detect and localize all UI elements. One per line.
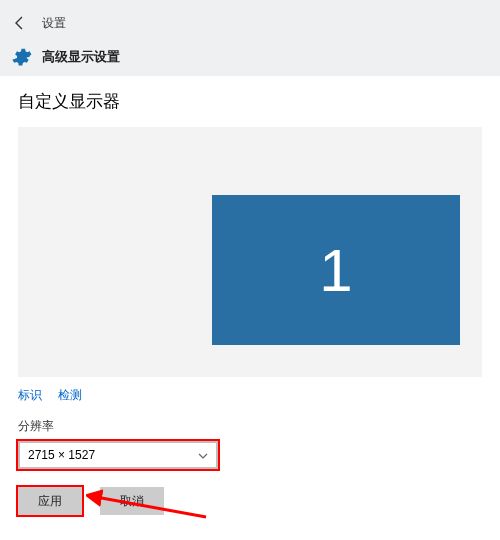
- action-button-row: 应用 取消: [18, 487, 482, 515]
- monitor-number: 1: [319, 236, 352, 305]
- apply-button[interactable]: 应用: [18, 487, 82, 515]
- monitor-tile-1[interactable]: 1: [212, 195, 460, 345]
- gear-icon: [10, 46, 32, 68]
- resolution-value: 2715 × 1527: [28, 448, 95, 462]
- back-icon[interactable]: [12, 15, 28, 31]
- settings-breadcrumb[interactable]: 设置: [42, 15, 66, 32]
- display-action-links: 标识 检测: [18, 387, 482, 404]
- detect-link[interactable]: 检测: [58, 387, 82, 404]
- identify-link[interactable]: 标识: [18, 387, 42, 404]
- page-subheader: 高级显示设置: [0, 46, 500, 76]
- page-title: 自定义显示器: [18, 90, 482, 113]
- subheader-title: 高级显示设置: [42, 48, 120, 66]
- resolution-label: 分辨率: [18, 418, 482, 435]
- window-titlebar: 设置: [0, 0, 500, 46]
- cancel-button[interactable]: 取消: [100, 487, 164, 515]
- display-arrangement-area[interactable]: 1: [18, 127, 482, 377]
- content-area: 自定义显示器 1 标识 检测 分辨率 2715 × 1527 应用 取消: [0, 76, 500, 525]
- chevron-down-icon: [198, 450, 208, 461]
- resolution-dropdown[interactable]: 2715 × 1527: [18, 441, 218, 469]
